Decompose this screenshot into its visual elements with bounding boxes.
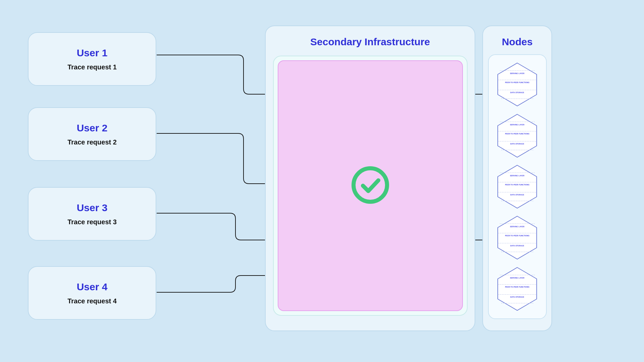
svg-point-0 xyxy=(354,168,387,202)
node-serving-label: SERVING LAYER xyxy=(510,124,525,126)
nodes-list: SERVING LAYER PEER-TO-PEER FUNCTIONS DAT… xyxy=(488,54,547,319)
infrastructure-inner-box xyxy=(278,60,463,311)
user-subtitle: Trace request 4 xyxy=(67,297,117,305)
node-serving-label: SERVING LAYER xyxy=(510,72,525,74)
user-card-1: User 1 Trace request 1 xyxy=(28,32,156,86)
svg-marker-2 xyxy=(498,114,537,157)
user-card-4: User 4 Trace request 4 xyxy=(28,266,156,320)
node-hexagon: SERVING LAYER PEER-TO-PEER FUNCTIONS DAT… xyxy=(494,61,541,108)
node-storage-label: DATA STORAGE xyxy=(510,194,524,196)
user-card-3: User 3 Trace request 3 xyxy=(28,187,156,241)
node-hexagon: SERVING LAYER PEER-TO-PEER FUNCTIONS DAT… xyxy=(494,214,541,261)
node-hexagon: SERVING LAYER PEER-TO-PEER FUNCTIONS DAT… xyxy=(494,163,541,210)
check-circle-icon xyxy=(350,165,390,206)
user-subtitle: Trace request 1 xyxy=(67,63,117,71)
user-subtitle: Trace request 3 xyxy=(67,218,117,226)
node-storage-label: DATA STORAGE xyxy=(510,143,524,145)
node-p2p-label: PEER-TO-PEER FUNCTIONS xyxy=(505,133,529,135)
infrastructure-outer-box xyxy=(273,56,468,316)
nodes-panel: Nodes SERVING LAYER PEER-TO-PEER FUNCTIO… xyxy=(482,25,552,331)
node-p2p-label: PEER-TO-PEER FUNCTIONS xyxy=(505,81,529,83)
node-p2p-label: PEER-TO-PEER FUNCTIONS xyxy=(505,286,529,288)
user-card-2: User 2 Trace request 2 xyxy=(28,107,156,161)
node-storage-label: DATA STORAGE xyxy=(510,92,524,94)
user-title: User 1 xyxy=(77,47,108,59)
user-title: User 4 xyxy=(77,281,108,293)
infrastructure-title: Secondary Infrastructure xyxy=(310,36,430,48)
connector-user4-infra xyxy=(157,276,271,292)
node-p2p-label: PEER-TO-PEER FUNCTIONS xyxy=(505,184,529,186)
svg-marker-5 xyxy=(498,267,537,310)
node-serving-label: SERVING LAYER xyxy=(510,277,525,279)
secondary-infrastructure-panel: Secondary Infrastructure xyxy=(265,25,475,331)
user-subtitle: Trace request 2 xyxy=(67,138,117,146)
svg-marker-1 xyxy=(498,63,537,106)
node-p2p-label: PEER-TO-PEER FUNCTIONS xyxy=(505,235,529,237)
svg-marker-4 xyxy=(498,216,537,259)
diagram-canvas: User 1 Trace request 1 User 2 Trace requ… xyxy=(0,0,644,362)
svg-marker-3 xyxy=(498,165,537,208)
node-hexagon: SERVING LAYER PEER-TO-PEER FUNCTIONS DAT… xyxy=(494,112,541,159)
node-storage-label: DATA STORAGE xyxy=(510,245,524,247)
node-hexagon: SERVING LAYER PEER-TO-PEER FUNCTIONS DAT… xyxy=(494,265,541,312)
node-serving-label: SERVING LAYER xyxy=(510,226,525,228)
user-title: User 2 xyxy=(77,122,108,134)
node-serving-label: SERVING LAYER xyxy=(510,175,525,177)
user-title: User 3 xyxy=(77,202,108,214)
nodes-title: Nodes xyxy=(502,36,533,48)
node-storage-label: DATA STORAGE xyxy=(510,296,524,298)
